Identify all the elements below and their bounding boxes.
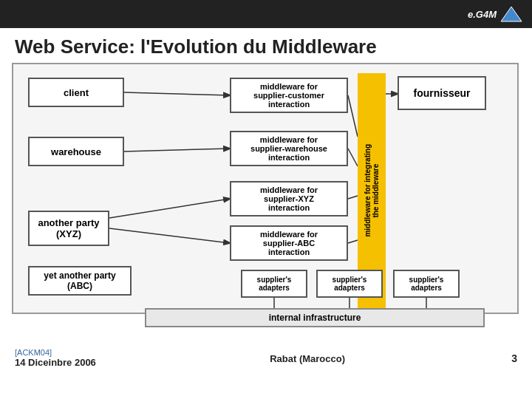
mw-supplier-xyz-box: middleware forsupplier-XYZinteraction — [230, 181, 348, 216]
supplier2-box: supplier'sadapters — [316, 270, 383, 298]
svg-marker-0 — [501, 7, 522, 21]
internal-infrastructure-box: internal infrastructure — [145, 308, 485, 327]
fournisseur-box: fournisseur — [398, 76, 486, 110]
yet-another-party-box: yet another party (ABC) — [28, 266, 132, 296]
diagram-area: client warehouse another party(XYZ) yet … — [12, 63, 520, 344]
date-label: 14 Diceinbre 2006 — [15, 357, 103, 368]
header-bar: e.G4M — [0, 0, 532, 28]
supplier3-box: supplier'sadapters — [393, 270, 460, 298]
mw-supplier-warehouse-label: middleware forsupplier-warehouseinteract… — [250, 135, 327, 162]
supplier1-label: supplier'sadapters — [257, 276, 292, 292]
supplier1-box: supplier'sadapters — [241, 270, 307, 298]
logo-icon — [499, 5, 523, 23]
mw-supplier-customer-box: middleware forsupplier-customerinteracti… — [230, 78, 348, 113]
supplier2-label: supplier'sadapters — [332, 276, 367, 292]
client-box: client — [28, 78, 124, 107]
logo-area: e.G4M — [468, 5, 523, 23]
yellow-band-text: middleware for integratingthe middleware — [364, 144, 380, 237]
another-party-label: another party(XYZ) — [38, 217, 99, 239]
mw-supplier-abc-label: middleware forsupplier-ABCinteraction — [260, 230, 318, 256]
warehouse-box: warehouse — [28, 137, 124, 166]
mw-supplier-xyz-label: middleware forsupplier-XYZinteraction — [260, 185, 318, 212]
mw-supplier-customer-label: middleware forsupplier-customerinteracti… — [253, 82, 324, 109]
another-party-box: another party(XYZ) — [28, 211, 109, 246]
logo-text: e.G4M — [468, 9, 497, 20]
page-number: 3 — [511, 352, 517, 364]
supplier3-label: supplier'sadapters — [409, 276, 444, 292]
location-label: Rabat (Marocco) — [270, 353, 345, 364]
footer: [ACKM04] 14 Diceinbre 2006 Rabat (Marocc… — [0, 345, 532, 371]
page-title: Web Service: l'Evolution du Middleware — [0, 28, 532, 63]
reference-label: [ACKM04] — [15, 348, 103, 357]
mw-supplier-warehouse-box: middleware forsupplier-warehouseinteract… — [230, 131, 348, 166]
mw-supplier-abc-box: middleware forsupplier-ABCinteraction — [230, 225, 348, 261]
